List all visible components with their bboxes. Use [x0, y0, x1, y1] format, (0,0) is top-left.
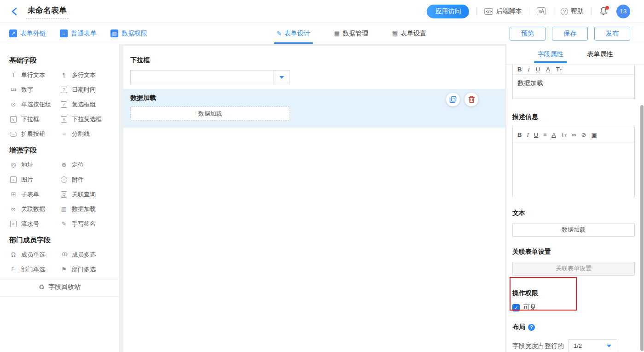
underline-button[interactable]: U	[536, 66, 540, 72]
dropdown-input[interactable]	[130, 70, 290, 84]
form-title[interactable]: 未命名表单	[26, 4, 69, 19]
app-access-button[interactable]: 应用访问	[427, 5, 469, 18]
canvas-field-dropdown[interactable]: 下拉框	[123, 56, 505, 84]
external-link-icon: ↗	[9, 29, 17, 37]
quick-action-label: 数据权限	[122, 29, 147, 38]
sidebar-item[interactable]: ⊙单选按钮组	[9, 97, 60, 112]
datetime-icon: 7	[61, 87, 67, 93]
serial-number-icon: #	[10, 221, 17, 227]
back-button[interactable]	[9, 6, 19, 17]
fontsize-button[interactable]: TT	[556, 66, 562, 72]
sidebar-item-label: 下拉框	[21, 115, 39, 123]
sidebar-item[interactable]: ↑附件	[60, 172, 110, 187]
sidebar-item[interactable]: Ω成员单选	[9, 247, 60, 262]
action-button[interactable]: 发布	[594, 27, 630, 41]
sidebar-item[interactable]: ✎手写签名	[60, 217, 110, 231]
action-button[interactable]: 保存	[552, 27, 588, 41]
sidebar-item[interactable]: ◎地址	[9, 158, 60, 172]
quick-action[interactable]: ↗表单外链	[9, 29, 46, 38]
quick-action[interactable]: ▥数据权限	[110, 29, 147, 38]
sidebar-item-label: 单选按钮组	[21, 100, 51, 109]
delete-field-button[interactable]	[464, 93, 478, 106]
italic-button[interactable]: I	[528, 66, 529, 72]
sidebar-item[interactable]: ▥数据加载	[60, 202, 110, 217]
text-input[interactable]: 数据加载	[512, 223, 635, 237]
data-load-button[interactable]: 数据加载	[130, 106, 290, 121]
panel-tab-表单属性[interactable]: 表单属性	[587, 44, 613, 64]
field-label: 下拉框	[130, 56, 498, 65]
copy-field-button[interactable]	[446, 93, 460, 106]
unlink-button[interactable]: ⊘	[581, 132, 586, 138]
color-button[interactable]: A	[546, 66, 550, 72]
sidebar-item[interactable]: Q关联查询	[60, 187, 110, 202]
description-value[interactable]	[513, 142, 634, 197]
italic-button[interactable]: I	[527, 132, 528, 138]
divider	[529, 8, 529, 15]
field-width-select[interactable]: 1/2	[569, 339, 617, 352]
sidebar-item[interactable]: #流水号	[9, 217, 60, 231]
sidebar-item-label: 下拉复选框	[72, 115, 102, 123]
sidebar-item[interactable]: ∨下拉复选框	[60, 112, 110, 127]
sidebar-item[interactable]: ⊞子表单	[9, 187, 60, 202]
field-title-editor[interactable]: BIUATT 数据加载	[512, 65, 635, 99]
sidebar-item-label: 数据加载	[72, 205, 96, 213]
user-avatar[interactable]: 13	[616, 5, 630, 18]
translate-button[interactable]: ≡A	[537, 7, 545, 15]
backend-script-button[interactable]: </> 后端脚本	[484, 7, 522, 16]
sidebar-item-label: 分割线	[72, 130, 90, 138]
field-width-label: 字段宽度占整行的	[512, 342, 564, 350]
properties-panel: 字段属性表单属性 BIUATT 数据加载 描述信息 BIU≡ATT∞⊘▣ 文本 …	[506, 44, 644, 352]
bold-button[interactable]: B	[517, 66, 522, 72]
sidebar-item[interactable]: T单行文本	[9, 68, 60, 82]
chevron-down-icon[interactable]	[273, 70, 290, 84]
sidebar-item-label: 关联数据	[21, 205, 45, 213]
related-query-icon: Q	[61, 191, 67, 198]
quick-action[interactable]: ≡普通表单	[60, 29, 97, 38]
visible-checkbox[interactable]: ✓	[512, 304, 520, 311]
attachment-icon: ↑	[61, 176, 67, 183]
fontsize-button[interactable]: TT	[561, 132, 567, 138]
sidebar-item[interactable]: ≡分割线	[60, 127, 110, 141]
field-label: 数据加载	[130, 94, 498, 102]
bold-button[interactable]: B	[517, 132, 522, 138]
tab-数据管理[interactable]: ▦数据管理	[333, 23, 369, 44]
sidebar-item[interactable]: 7日期时间	[60, 82, 110, 97]
sidebar-item[interactable]: ⚑部门多选	[60, 262, 110, 277]
sidebar-item[interactable]: ∞关联数据	[9, 202, 60, 217]
underline-button[interactable]: U	[534, 132, 538, 138]
sidebar-item-label: 多行文本	[72, 71, 96, 79]
action-button[interactable]: 预览	[510, 27, 545, 41]
sidebar-item[interactable]: ⊕定位	[60, 158, 110, 172]
related-form-settings-button[interactable]: 关联表单设置	[512, 262, 635, 276]
text-multi-icon: ¶	[60, 72, 68, 78]
help-button[interactable]: ? 帮助	[561, 7, 584, 16]
sidebar-item[interactable]: ¶多行文本	[60, 68, 110, 82]
form-design-icon: ✎	[277, 30, 282, 37]
notification-dot	[605, 6, 609, 10]
tab-表单设置[interactable]: ▤表单设置	[391, 23, 427, 44]
sidebar-item[interactable]: ΩΩ成员多选	[60, 247, 110, 262]
canvas-field-data-load-selected[interactable]: 数据加载 数据加载	[123, 89, 505, 128]
divider	[553, 8, 553, 15]
visible-checkbox-label: 可见	[523, 304, 536, 312]
panel-tab-字段属性[interactable]: 字段属性	[538, 44, 563, 64]
sidebar-item[interactable]: ▵图片	[9, 172, 60, 187]
description-editor[interactable]: BIU≡ATT∞⊘▣	[512, 127, 635, 197]
sidebar-item[interactable]: ⚐部门单选	[9, 262, 60, 277]
image-button[interactable]: ▣	[591, 132, 597, 138]
radio-group-icon: ⊙	[9, 101, 17, 108]
panel-scrollbar[interactable]	[640, 105, 644, 351]
sidebar-item[interactable]: ∨下拉框	[9, 112, 60, 127]
color-button[interactable]: A	[552, 132, 556, 138]
sidebar-section-title: 增强字段	[9, 146, 119, 155]
tab-表单设计[interactable]: ✎表单设计	[276, 23, 311, 44]
notification-bell-icon[interactable]	[599, 6, 609, 17]
sidebar-item[interactable]: –扩展按钮	[9, 127, 60, 141]
layout-help-icon[interactable]: ?	[528, 324, 535, 331]
align-button[interactable]: ≡	[543, 132, 547, 138]
link-button[interactable]: ∞	[572, 132, 576, 138]
field-title-value[interactable]: 数据加载	[513, 75, 634, 99]
field-recycle-bin-button[interactable]: ♻ 字段回收站	[0, 277, 119, 297]
sidebar-item[interactable]: ✓复选框组	[60, 97, 110, 112]
sidebar-item[interactable]: 123数字	[9, 82, 60, 97]
